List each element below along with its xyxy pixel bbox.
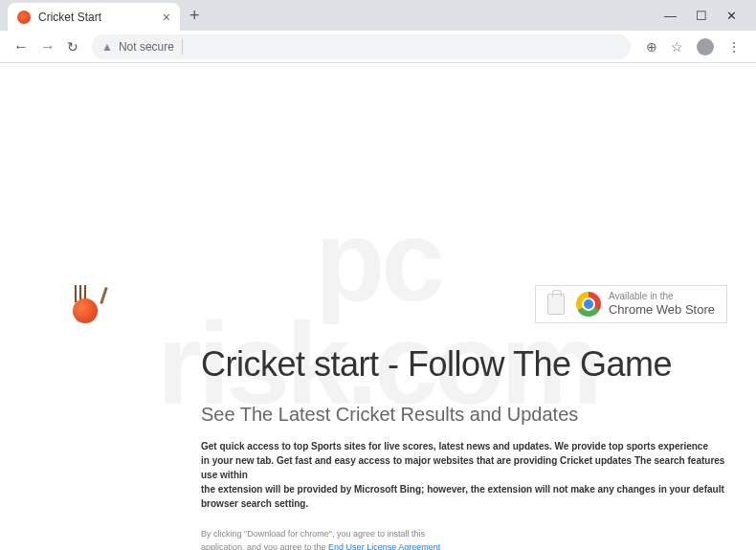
tab-title: Cricket Start [38, 11, 163, 24]
page-header: Available in the Chrome Web Store [29, 279, 727, 327]
not-secure-icon: ▲ [101, 40, 113, 54]
tab-close-icon[interactable]: × [163, 10, 170, 25]
not-secure-label: Not secure [119, 40, 174, 54]
shopping-bag-icon [547, 294, 565, 315]
maximize-button[interactable]: ☐ [696, 9, 707, 23]
close-window-button[interactable]: ✕ [726, 9, 737, 23]
chrome-logo-icon [576, 292, 601, 317]
page-subtitle: See The Latest Cricket Results and Updat… [201, 404, 727, 426]
reload-button[interactable]: ↻ [67, 39, 78, 55]
profile-avatar[interactable] [697, 38, 714, 55]
store-badge-line1: Available in the [609, 291, 715, 302]
description: Get quick access to top Sports sites for… [201, 439, 727, 511]
minimize-button[interactable]: — [664, 9, 677, 23]
address-divider [182, 39, 183, 55]
page-title: Cricket start - Follow The Game [201, 344, 727, 385]
chrome-web-store-badge[interactable]: Available in the Chrome Web Store [535, 285, 727, 323]
menu-icon[interactable]: ⋮ [727, 39, 741, 55]
back-button[interactable]: ← [13, 38, 29, 55]
tab-favicon-icon [17, 11, 31, 24]
disclaimer-text: By clicking "Download for chrome", you a… [201, 528, 450, 550]
browser-tab[interactable]: Cricket Start × [8, 3, 180, 32]
cricket-logo-icon [69, 285, 111, 327]
page-content: pcrisk.com Available in the Chrome Web S… [0, 63, 756, 550]
browser-chrome: Cricket Start × + — ☐ ✕ ← → ↻ ▲ Not secu… [0, 0, 756, 63]
address-bar[interactable]: ▲ Not secure [92, 34, 631, 59]
main-content: Cricket start - Follow The Game See The … [29, 327, 727, 550]
window-controls: — ☐ ✕ [664, 9, 748, 23]
forward-button[interactable]: → [40, 38, 56, 55]
tab-bar: Cricket Start × + — ☐ ✕ [0, 0, 756, 31]
bookmark-icon[interactable]: ☆ [671, 39, 683, 55]
toolbar: ← → ↻ ▲ Not secure ⊕ ☆ ⋮ [0, 31, 756, 63]
new-tab-button[interactable]: + [189, 6, 200, 26]
search-icon[interactable]: ⊕ [646, 39, 657, 55]
eula-link[interactable]: End User License Agreement [328, 542, 440, 551]
store-badge-line2: Chrome Web Store [609, 302, 715, 318]
